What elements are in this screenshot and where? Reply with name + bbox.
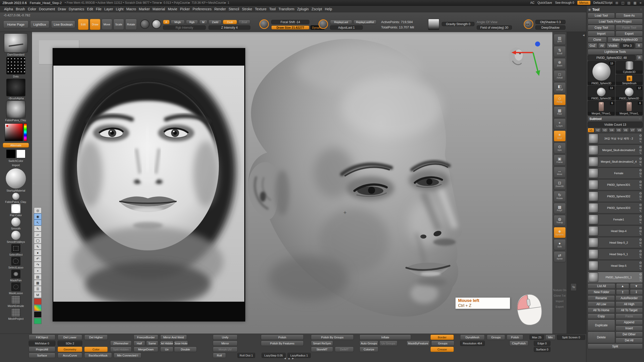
- polypaint-icon[interactable]: ▤: [639, 207, 641, 209]
- rename-button[interactable]: Rename: [588, 295, 615, 301]
- divider-icon[interactable]: ▦: [633, 1, 636, 5]
- bottom-button[interactable]: Split Screen 0: [557, 335, 585, 340]
- a-toggle-button[interactable]: A: [163, 20, 170, 24]
- material-item[interactable]: Flat Color: [0, 204, 32, 217]
- subtool-thumbnail[interactable]: [589, 168, 598, 178]
- bottom-button[interactable]: Del Hidden: [160, 341, 173, 346]
- rgb-intensity-slider[interactable]: Rgb Intensity: [163, 25, 206, 30]
- bottom-button[interactable]: Mirror And Weld: [160, 335, 187, 340]
- switch-color-button[interactable]: SwitchColor: [9, 159, 23, 162]
- move-to-top-button[interactable]: ↥: [616, 289, 629, 295]
- undo-icon[interactable]: ↶: [34, 256, 42, 262]
- polypaint-icon[interactable]: ▤: [639, 160, 641, 163]
- bottom-button[interactable]: Auto Groups: [359, 341, 378, 346]
- bottom-button[interactable]: Smart ReSym: [311, 341, 333, 346]
- polypaint-icon[interactable]: ▤: [639, 137, 641, 140]
- bottom-button[interactable]: Del Lower: [58, 335, 82, 340]
- split-button[interactable]: Split: [588, 344, 643, 349]
- all-low-button[interactable]: All Low: [588, 301, 615, 307]
- collapsed-palette-item[interactable]: Texture On: [553, 287, 567, 293]
- tool-thumbnail[interactable]: 6 Merged_TPose1,: [616, 101, 643, 115]
- bottom-button[interactable]: Border: [430, 335, 454, 340]
- menu-item[interactable]: Transform: [278, 7, 294, 11]
- menu-item[interactable]: Document: [39, 7, 55, 11]
- polypaint-icon[interactable]: ▤: [639, 241, 641, 244]
- live-boolean-button[interactable]: Live Boolean: [51, 21, 75, 28]
- ac-button[interactable]: AC: [530, 1, 535, 5]
- subtool-row[interactable]: Head Step-5_2 ⊙ ▤ ✎: [588, 237, 643, 248]
- draw-button[interactable]: Draw: [90, 19, 100, 30]
- sculpt-icon[interactable]: ✎: [639, 198, 641, 201]
- gravity-strength-slider[interactable]: Gravity Strength 0: [442, 22, 474, 26]
- subtool-thumbnail[interactable]: [589, 180, 598, 190]
- rotate-button[interactable]: Rotate: [125, 19, 137, 30]
- right-shelf-button[interactable]: ⇅ Scroll: [554, 46, 566, 57]
- sculpt-icon[interactable]: ✎: [639, 221, 641, 224]
- pin-icon[interactable]: ⁙: [640, 8, 642, 11]
- load-tools-from-project-button[interactable]: Load Tools From Project: [588, 19, 643, 24]
- visibility-eye-icon[interactable]: ⊙: [639, 203, 642, 206]
- bottom-button[interactable]: StoreMT: [311, 347, 333, 352]
- right-shelf-button[interactable]: ◈ Dynamic: [554, 227, 566, 238]
- subtool-row[interactable]: PM3D_Sphere3D1_1 ⊙ ▤ ✎: [588, 272, 643, 283]
- bottom-button[interactable]: Max 25: [530, 335, 544, 340]
- bottom-button[interactable]: DynaMesh: [460, 335, 485, 340]
- material-item[interactable]: FabioPaiva_Clay.: [0, 193, 32, 203]
- m-button[interactable]: M: [199, 20, 207, 24]
- subtool-thumbnail[interactable]: [589, 215, 598, 224]
- subtool-row[interactable]: Head Step-5 ⊙ ▤ ✎: [588, 260, 643, 271]
- field-of-view-slider[interactable]: Field of view(deg) 30: [477, 25, 512, 30]
- visibility-eye-icon[interactable]: ⊙: [639, 250, 642, 253]
- menu-item[interactable]: Stroke: [242, 7, 252, 11]
- sculpt-icon[interactable]: ✎: [639, 140, 641, 143]
- menu-item[interactable]: Edit: [87, 7, 93, 11]
- bottom-button[interactable]: Uv Groups: [379, 341, 397, 346]
- copy-subtool-button[interactable]: Copy: [588, 313, 615, 319]
- bottom-button[interactable]: BackfaceMask: [84, 353, 112, 358]
- menu-item[interactable]: Brush: [16, 7, 25, 11]
- menu-item[interactable]: Color: [28, 7, 36, 11]
- material-item[interactable]: MeshExtrude: [0, 295, 32, 307]
- save-as-button[interactable]: Save As: [616, 13, 643, 18]
- right-shelf-button[interactable]: ◇ Persp: [554, 94, 566, 105]
- sculpt-icon[interactable]: ✎: [639, 210, 641, 212]
- polypaint-icon[interactable]: ▤: [639, 253, 641, 256]
- material-thumbnail[interactable]: [11, 204, 20, 213]
- tool-r-button[interactable]: R: [636, 55, 643, 61]
- bottom-button[interactable]: Same: [146, 341, 158, 346]
- material-item[interactable]: MaskLasso: [0, 283, 32, 295]
- trash-icon[interactable]: ×: [34, 268, 42, 274]
- bottom-button[interactable]: Crease: [430, 347, 454, 352]
- sculpt-icon[interactable]: ✎: [639, 279, 641, 282]
- bottom-button[interactable]: ZRemesher: [110, 341, 132, 346]
- grid-icon[interactable]: ⊞: [616, 1, 618, 5]
- collapsed-palette-item[interactable]: Export: [556, 304, 564, 309]
- pencil-icon[interactable]: ✎: [34, 244, 42, 250]
- bottom-button[interactable]: Double: [174, 347, 197, 352]
- material-thumbnail[interactable]: [11, 283, 20, 291]
- subtool-thumbnail[interactable]: [589, 192, 598, 201]
- new-folder-button[interactable]: New Folder: [588, 289, 615, 295]
- redo-icon[interactable]: ↷: [34, 262, 42, 268]
- sculpt-icon[interactable]: ✎: [639, 163, 641, 166]
- red-swatch[interactable]: [34, 298, 42, 304]
- camera-orientation-gizmo[interactable]: [505, 37, 548, 85]
- visibility-eye-icon[interactable]: ⊙: [639, 227, 642, 230]
- bottom-button[interactable]: Geometry: [58, 347, 82, 352]
- right-shelf-button[interactable]: ◍ Transp: [554, 215, 566, 226]
- export-tool-button[interactable]: Export: [616, 31, 643, 36]
- material-thumbnail[interactable]: [11, 270, 20, 278]
- polypaint-icon[interactable]: ▤: [639, 195, 641, 198]
- replay-last-rel-button[interactable]: ReplayLastRel: [353, 20, 377, 24]
- green-swatch[interactable]: [34, 318, 42, 324]
- alpha-preview-icon[interactable]: [152, 19, 161, 29]
- subtool-thumbnail[interactable]: [589, 249, 598, 259]
- make-polymesh3d-button[interactable]: Make PolyMesh3D: [608, 37, 643, 42]
- move-to-bottom-button[interactable]: ↧: [630, 289, 643, 295]
- rainbow-swatch[interactable]: [34, 305, 42, 311]
- brush-item[interactable]: FabioPaiva_Clay.: [0, 101, 32, 122]
- delete-button[interactable]: Delete: [588, 332, 615, 343]
- polypaint-icon[interactable]: ▤: [639, 218, 641, 221]
- visibility-tab[interactable]: V6: [622, 128, 629, 132]
- menus-button[interactable]: Menus: [577, 1, 590, 5]
